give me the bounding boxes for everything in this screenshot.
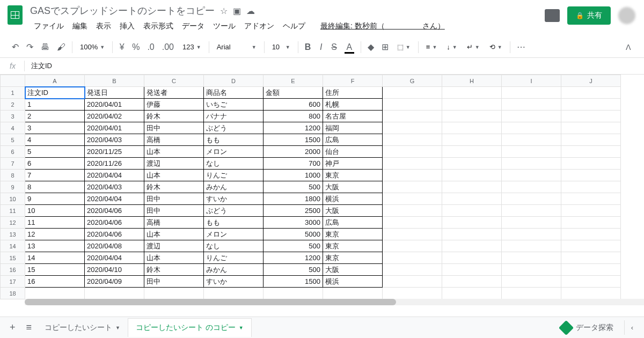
cell-B2[interactable]: 2020/04/01 [85,99,144,111]
cell-D5[interactable]: もも [204,134,264,146]
cell-B3[interactable]: 2020/04/02 [85,111,144,122]
cell-H10[interactable] [442,193,502,205]
row-header-14[interactable]: 14 [1,240,25,252]
cell-B6[interactable]: 2020/11/25 [85,146,144,158]
cell-A17[interactable]: 16 [25,276,85,288]
cell-C14[interactable]: 渡辺 [144,240,204,252]
decrease-decimal-button[interactable]: .0 [144,40,157,54]
cell-C5[interactable]: 高橋 [144,134,204,146]
cell-H8[interactable] [442,170,502,181]
comments-icon[interactable] [545,9,560,22]
cell-H11[interactable] [442,205,502,217]
cell-H13[interactable] [442,229,502,240]
cell-F9[interactable]: 大阪 [323,181,383,193]
cell-J3[interactable] [561,111,621,122]
cell-A15[interactable]: 14 [25,252,85,264]
cell-I18[interactable] [502,288,561,299]
cell-A8[interactable]: 7 [25,170,85,181]
cell-C1[interactable]: 発送者 [144,87,204,99]
cell-G17[interactable] [383,276,442,288]
cell-E13[interactable]: 5000 [264,229,323,240]
cell-I17[interactable] [502,276,561,288]
column-header-G[interactable]: G [383,75,442,87]
cell-F16[interactable]: 大阪 [323,264,383,276]
cell-D1[interactable]: 商品名 [204,87,264,99]
cell-C10[interactable]: 田中 [144,193,204,205]
menu-edit[interactable]: 編集 [69,19,91,33]
cell-G9[interactable] [383,181,442,193]
row-header-3[interactable]: 3 [1,111,25,122]
cell-I13[interactable] [502,229,561,240]
cell-A4[interactable]: 3 [25,122,85,134]
fill-color-button[interactable]: ◆ [364,40,377,54]
cell-D6[interactable]: メロン [204,146,264,158]
cell-B13[interactable]: 2020/04/06 [85,229,144,240]
cell-B8[interactable]: 2020/04/04 [85,170,144,181]
sheet-tab-1[interactable]: コピーしたいシート ▼ [37,319,128,337]
cell-C4[interactable]: 田中 [144,122,204,134]
cell-G5[interactable] [383,134,442,146]
column-header-H[interactable]: H [442,75,502,87]
cell-H6[interactable] [442,146,502,158]
merge-button[interactable]: ⬚▼ [393,41,415,53]
cell-B4[interactable]: 2020/04/01 [85,122,144,134]
cell-D7[interactable]: なし [204,158,264,170]
cell-A13[interactable]: 12 [25,229,85,240]
cell-D4[interactable]: ぶどう [204,122,264,134]
more-toolbar-button[interactable]: ⋯ [514,40,529,54]
cell-I7[interactable] [502,158,561,170]
text-color-button[interactable]: A [341,40,357,54]
cell-H17[interactable] [442,276,502,288]
menu-format[interactable]: 表示形式 [140,19,177,33]
cell-J10[interactable] [561,193,621,205]
cell-I10[interactable] [502,193,561,205]
cell-E14[interactable]: 500 [264,240,323,252]
cell-D16[interactable]: みかん [204,264,264,276]
column-header-I[interactable]: I [502,75,561,87]
cell-F7[interactable]: 神戸 [323,158,383,170]
cell-G6[interactable] [383,146,442,158]
cell-B17[interactable]: 2020/04/09 [85,276,144,288]
menu-data[interactable]: データ [178,19,208,33]
cell-C13[interactable]: 山本 [144,229,204,240]
row-header-1[interactable]: 1 [1,87,25,99]
rotate-button[interactable]: ⟲▼ [485,41,507,53]
cell-B12[interactable]: 2020/04/06 [85,217,144,229]
cell-D17[interactable]: すいか [204,276,264,288]
cell-I4[interactable] [502,122,561,134]
menu-file[interactable]: ファイル [30,19,68,33]
cell-J2[interactable] [561,99,621,111]
cell-H4[interactable] [442,122,502,134]
cell-D18[interactable] [204,288,264,299]
cell-A7[interactable]: 6 [25,158,85,170]
cell-G10[interactable] [383,193,442,205]
cell-G7[interactable] [383,158,442,170]
sheets-logo[interactable] [4,4,26,26]
increase-decimal-button[interactable]: .00 [159,40,177,54]
wrap-button[interactable]: ↵▼ [463,41,484,53]
h-align-button[interactable]: ≡▼ [422,41,442,53]
cell-J16[interactable] [561,264,621,276]
font-dropdown[interactable]: Arial▼ [213,41,261,53]
column-header-C[interactable]: C [144,75,204,87]
cell-A11[interactable]: 10 [25,205,85,217]
cell-A6[interactable]: 5 [25,146,85,158]
cell-H12[interactable] [442,217,502,229]
cell-F8[interactable]: 東京 [323,170,383,181]
cell-A18[interactable] [25,288,85,299]
cell-I6[interactable] [502,146,561,158]
cell-B1[interactable]: 発送日 [85,87,144,99]
side-panel-toggle[interactable]: ‹ [624,320,640,335]
cell-H2[interactable] [442,99,502,111]
menu-help[interactable]: ヘルプ [279,19,309,33]
cell-B18[interactable] [85,288,144,299]
cell-H18[interactable] [442,288,502,299]
cell-I11[interactable] [502,205,561,217]
cell-J7[interactable] [561,158,621,170]
percent-button[interactable]: % [129,40,143,54]
cell-F15[interactable]: 東京 [323,252,383,264]
cell-G4[interactable] [383,122,442,134]
number-format-dropdown[interactable]: 123▼ [178,41,206,53]
cell-F2[interactable]: 札幌 [323,99,383,111]
cell-E2[interactable]: 600 [264,99,323,111]
